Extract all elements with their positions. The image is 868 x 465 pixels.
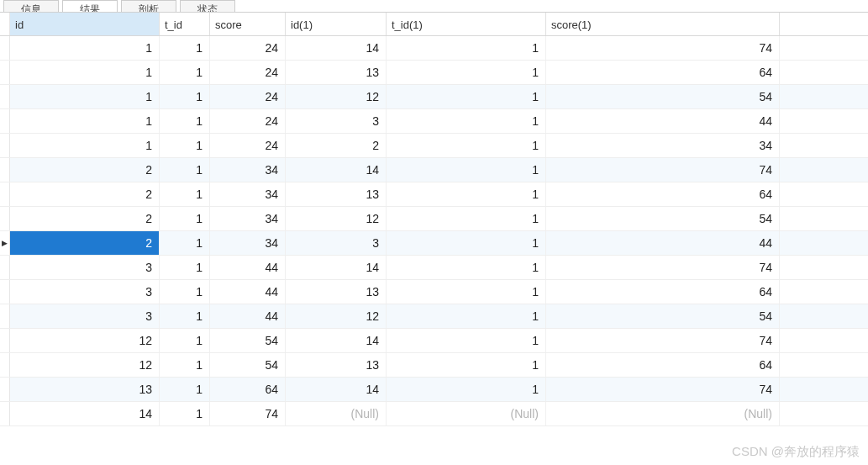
cell-score[interactable]: 24 — [210, 36, 286, 60]
cell-id1[interactable]: 3 — [286, 231, 387, 255]
cell-id[interactable]: 1 — [10, 36, 160, 60]
cell-id[interactable]: 3 — [10, 280, 160, 304]
cell-id1[interactable]: 14 — [286, 329, 387, 352]
row-gutter[interactable] — [0, 134, 10, 157]
cell-score1[interactable]: 74 — [546, 378, 780, 401]
cell-id[interactable]: 13 — [10, 378, 160, 401]
cell-id[interactable]: 1 — [10, 134, 160, 157]
cell-score1[interactable]: 64 — [546, 353, 780, 377]
cell-t_id1[interactable]: 1 — [387, 61, 546, 84]
cell-score[interactable]: 44 — [210, 280, 286, 304]
cell-t_id[interactable]: 1 — [160, 280, 210, 304]
row-gutter[interactable] — [0, 329, 10, 352]
cell-id[interactable]: 1 — [10, 85, 160, 108]
cell-t_id1[interactable]: 1 — [387, 256, 546, 279]
cell-t_id[interactable]: 1 — [160, 378, 210, 401]
cell-t_id1[interactable]: 1 — [387, 231, 546, 255]
table-row[interactable]: 112412154 — [0, 85, 868, 109]
column-header-score1[interactable]: score(1) — [546, 13, 780, 35]
cell-id[interactable]: 12 — [10, 353, 160, 377]
cell-t_id[interactable]: 1 — [160, 134, 210, 157]
cell-id1[interactable]: 13 — [286, 182, 387, 206]
cell-t_id1[interactable]: 1 — [387, 353, 546, 377]
cell-id1[interactable]: 2 — [286, 134, 387, 157]
cell-score1[interactable]: 54 — [546, 85, 780, 108]
cell-id[interactable]: 1 — [10, 109, 160, 133]
cell-id[interactable]: 2 — [10, 231, 160, 255]
cell-t_id1[interactable]: 1 — [387, 134, 546, 157]
table-row[interactable]: 112413164 — [0, 61, 868, 85]
cell-score1[interactable]: 44 — [546, 231, 780, 255]
row-gutter[interactable] — [0, 158, 10, 182]
row-gutter[interactable] — [0, 378, 10, 401]
cell-score[interactable]: 24 — [210, 134, 286, 157]
cell-t_id[interactable]: 1 — [160, 61, 210, 84]
cell-t_id[interactable]: 1 — [160, 85, 210, 108]
row-gutter[interactable] — [0, 61, 10, 84]
cell-t_id[interactable]: 1 — [160, 256, 210, 279]
cell-score1[interactable]: 54 — [546, 207, 780, 230]
cell-id1[interactable]: 14 — [286, 256, 387, 279]
row-gutter[interactable] — [0, 353, 10, 377]
table-row[interactable]: 213413164 — [0, 182, 868, 207]
cell-score1[interactable]: 44 — [546, 109, 780, 133]
cell-score1[interactable]: 64 — [546, 280, 780, 304]
cell-t_id1[interactable]: 1 — [387, 329, 546, 352]
cell-score[interactable]: 24 — [210, 61, 286, 84]
cell-id[interactable]: 2 — [10, 207, 160, 230]
cell-score[interactable]: 34 — [210, 207, 286, 230]
column-header-id[interactable]: id — [10, 13, 160, 35]
cell-score[interactable]: 44 — [210, 304, 286, 328]
column-header-t_id[interactable]: t_id — [160, 13, 210, 35]
table-row[interactable]: 1215413164 — [0, 353, 868, 378]
row-gutter[interactable] — [0, 280, 10, 304]
table-row[interactable]: 314412154 — [0, 304, 868, 329]
cell-t_id[interactable]: 1 — [160, 36, 210, 60]
cell-score1[interactable]: 74 — [546, 329, 780, 352]
tab-2[interactable]: 剖析 — [121, 0, 176, 12]
row-gutter[interactable] — [0, 231, 10, 255]
cell-id1[interactable]: 13 — [286, 61, 387, 84]
row-gutter[interactable] — [0, 36, 10, 60]
cell-id1[interactable]: (Null) — [286, 402, 387, 425]
column-header-id1[interactable]: id(1) — [286, 13, 387, 35]
row-gutter[interactable] — [0, 402, 10, 425]
table-row[interactable]: 112414174 — [0, 36, 868, 61]
cell-t_id1[interactable]: 1 — [387, 378, 546, 401]
cell-id1[interactable]: 12 — [286, 85, 387, 108]
cell-score1[interactable]: 64 — [546, 61, 780, 84]
cell-score1[interactable]: 74 — [546, 36, 780, 60]
table-row[interactable]: 14174(Null)(Null)(Null) — [0, 402, 868, 426]
column-header-t_id1[interactable]: t_id(1) — [387, 13, 546, 35]
cell-score1[interactable]: 54 — [546, 304, 780, 328]
cell-t_id1[interactable]: 1 — [387, 304, 546, 328]
cell-score[interactable]: 64 — [210, 378, 286, 401]
cell-score[interactable]: 34 — [210, 231, 286, 255]
row-gutter[interactable] — [0, 304, 10, 328]
cell-id[interactable]: 2 — [10, 182, 160, 206]
cell-t_id[interactable]: 1 — [160, 402, 210, 425]
tab-1[interactable]: 结果 — [62, 0, 118, 12]
cell-id[interactable]: 3 — [10, 256, 160, 279]
row-gutter[interactable] — [0, 182, 10, 206]
cell-id1[interactable]: 13 — [286, 280, 387, 304]
cell-id[interactable]: 14 — [10, 402, 160, 425]
table-row[interactable]: 213414174 — [0, 158, 868, 182]
cell-t_id1[interactable]: 1 — [387, 85, 546, 108]
cell-score[interactable]: 24 — [210, 85, 286, 108]
row-gutter[interactable] — [0, 85, 10, 108]
cell-score[interactable]: 54 — [210, 329, 286, 352]
table-row[interactable]: 314414174 — [0, 256, 868, 280]
row-gutter[interactable] — [0, 109, 10, 133]
cell-t_id1[interactable]: 1 — [387, 109, 546, 133]
cell-score1[interactable]: (Null) — [546, 402, 780, 425]
cell-score[interactable]: 24 — [210, 109, 286, 133]
cell-t_id[interactable]: 1 — [160, 353, 210, 377]
cell-score1[interactable]: 64 — [546, 182, 780, 206]
cell-id[interactable]: 3 — [10, 304, 160, 328]
cell-t_id1[interactable]: 1 — [387, 182, 546, 206]
cell-t_id[interactable]: 1 — [160, 329, 210, 352]
cell-id1[interactable]: 13 — [286, 353, 387, 377]
cell-score[interactable]: 74 — [210, 402, 286, 425]
cell-score1[interactable]: 34 — [546, 134, 780, 157]
